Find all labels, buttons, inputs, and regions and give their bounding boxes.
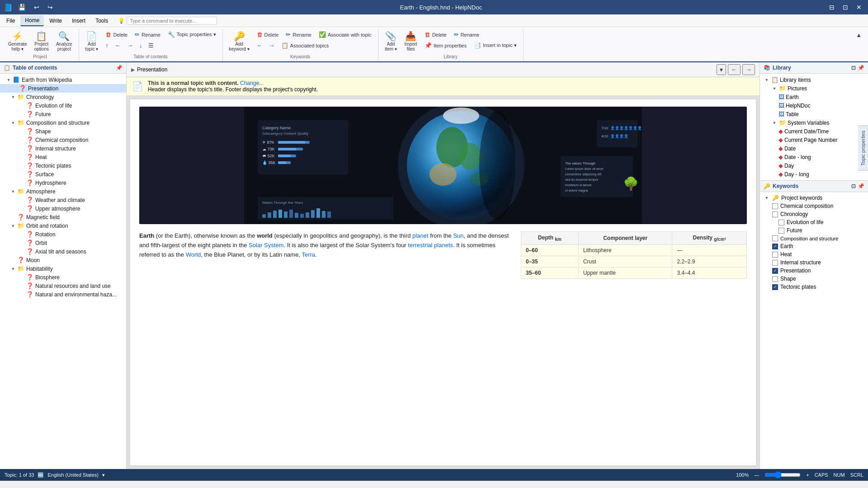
sun-link[interactable]: Sun — [453, 232, 463, 239]
lang-dropdown-arrow[interactable]: ▾ — [102, 472, 105, 478]
menu-write[interactable]: Write — [45, 16, 66, 26]
lib-item-helpndoc[interactable]: 🖼 HelpNDoc — [760, 101, 868, 110]
lib-root-toggle[interactable]: ▼ — [764, 78, 770, 82]
lib-item-pictures[interactable]: ▼ 📁 Pictures — [760, 84, 868, 93]
move-up-btn[interactable]: ↑ — [103, 41, 111, 50]
menu-tools[interactable]: Tools — [91, 16, 113, 26]
toc-comp-toggle[interactable]: ▼ — [10, 121, 16, 125]
add-topic-btn[interactable]: 📄 Addtopic ▾ — [83, 30, 101, 53]
zoom-in-btn[interactable]: + — [806, 472, 809, 478]
associate-topic-btn[interactable]: ✅ Associate with topic — [316, 30, 374, 39]
kw-item-future[interactable]: Future — [760, 226, 868, 235]
lib-restore-btn[interactable]: ⊡ — [851, 65, 856, 71]
list-btn[interactable]: ☰ — [146, 41, 156, 50]
toc-root-toggle[interactable]: ▼ — [5, 78, 12, 82]
move-left-btn[interactable]: ← — [112, 41, 123, 50]
terrestrial-link[interactable]: terrestrial planets — [408, 242, 453, 249]
toc-delete-btn[interactable]: 🗑 Delete — [103, 30, 130, 39]
menu-home[interactable]: Home — [20, 15, 44, 26]
bc-forward-btn[interactable]: → — [742, 64, 755, 75]
toc-item-internal[interactable]: ❓ Internal structure — [0, 144, 126, 153]
kw-item-internal[interactable]: Internal structure — [760, 258, 868, 267]
kw-com-checkbox[interactable] — [772, 235, 778, 241]
bc-back-btn[interactable]: ← — [728, 64, 741, 75]
toc-item-upper[interactable]: ❓ Upper atmosphere — [0, 204, 126, 213]
toc-atm-toggle[interactable]: ▼ — [10, 189, 16, 194]
item-properties-btn[interactable]: 📌 Item properties — [422, 41, 469, 50]
kw-pin-btn[interactable]: 📌 — [858, 183, 864, 189]
kw-right-btn[interactable]: → — [266, 41, 278, 50]
associated-topics-btn[interactable]: 📋 Associated topics — [278, 41, 332, 50]
toc-item-natural[interactable]: ❓ Natural resources and land use — [0, 282, 126, 290]
toc-item-heat[interactable]: ❓ Heat — [0, 153, 126, 161]
lib-item-earth[interactable]: 🖼 Earth — [760, 93, 868, 101]
kw-root-toggle[interactable]: ▼ — [764, 196, 770, 200]
kw-che-checkbox[interactable] — [772, 203, 778, 209]
kw-item-tectonic[interactable]: ✓ Tectonic plates — [760, 283, 868, 291]
lib-item-datetime[interactable]: ◆ Current Date/Time — [760, 127, 868, 136]
lib-item-pageno[interactable]: ◆ Current Page Number — [760, 136, 868, 144]
kw-ear-checkbox[interactable]: ✓ — [772, 244, 778, 249]
minimize-btn[interactable]: ⊟ — [826, 3, 837, 12]
kw-int-checkbox[interactable] — [772, 260, 778, 266]
kw-item-evolution[interactable]: Evolution of life — [760, 218, 868, 226]
lib-item-datelong[interactable]: ◆ Date - long — [760, 153, 868, 161]
kw-pre-checkbox[interactable]: ✓ — [772, 268, 778, 274]
toc-item-moon[interactable]: ❓ Moon — [0, 256, 126, 264]
project-options-btn[interactable]: 📋 Projectoptions — [32, 30, 52, 53]
lib-delete-btn[interactable]: 🗑 Delete — [422, 30, 449, 39]
analyze-project-btn[interactable]: 🔍 Analyzeproject — [53, 30, 75, 53]
kw-evo-checkbox[interactable] — [778, 220, 784, 225]
toc-rename-btn[interactable]: ✏ Rename — [132, 30, 163, 39]
lib-sv-toggle[interactable]: ▼ — [771, 121, 778, 125]
maximize-btn[interactable]: ⊡ — [840, 3, 851, 12]
kw-item-heat[interactable]: Heat — [760, 250, 868, 258]
zoom-out-btn[interactable]: — — [754, 472, 759, 478]
kw-chr-checkbox[interactable] — [772, 211, 778, 217]
zoom-slider[interactable] — [764, 471, 801, 479]
toc-item-habitability[interactable]: ▼ 📁 Habitability — [0, 264, 126, 273]
menu-insert[interactable]: Insert — [67, 16, 90, 26]
kw-item-presentation[interactable]: ✓ Presentation — [760, 267, 868, 275]
toc-item-presentation[interactable]: ❓ Presentation — [0, 84, 126, 93]
content-area[interactable]: Category Name Subcategory Content Qualit… — [130, 99, 756, 465]
toc-item-orbit2[interactable]: ❓ Orbit — [0, 239, 126, 247]
kw-rename-btn[interactable]: ✏ Rename — [283, 30, 314, 39]
toc-item-biosphere[interactable]: ❓ Biosphere — [0, 273, 126, 282]
save-title-btn[interactable]: 💾 — [15, 3, 28, 12]
command-input[interactable] — [127, 17, 217, 25]
kw-item-shape[interactable]: Shape — [760, 275, 868, 283]
menu-file[interactable]: File — [2, 16, 19, 26]
kw-left-btn[interactable]: ← — [254, 41, 265, 50]
lib-item-date[interactable]: ◆ Date — [760, 144, 868, 153]
toc-pin-btn[interactable]: 📌 — [116, 65, 123, 71]
toc-hab-toggle[interactable]: ▼ — [10, 267, 16, 271]
undo-btn[interactable]: ↩ — [31, 3, 42, 12]
add-keyword-btn[interactable]: 🔑 Addkeyword ▾ — [226, 30, 252, 53]
kw-item-composition[interactable]: Composition and structure — [760, 235, 868, 242]
lib-pin-btn[interactable]: 📌 — [858, 65, 864, 71]
toc-orb-toggle[interactable]: ▼ — [10, 224, 16, 228]
topic-properties-tab[interactable]: Topic properties — [858, 126, 868, 171]
import-files-btn[interactable]: 📥 Importfiles — [402, 30, 420, 53]
toc-chr-toggle[interactable]: ▼ — [10, 95, 16, 99]
solar-system-link[interactable]: Solar System — [249, 242, 283, 249]
toc-item-root[interactable]: ▼ 📘 Earth from Wikipedia — [0, 75, 126, 84]
toc-item-surface[interactable]: ❓ Surface — [0, 170, 126, 178]
kw-item-chronology[interactable]: Chronology — [760, 210, 868, 218]
close-btn[interactable]: ✕ — [854, 3, 864, 12]
generate-help-btn[interactable]: ⚡ Generatehelp ▾ — [5, 30, 30, 53]
terra-link[interactable]: Terra — [302, 251, 315, 258]
toc-item-axial[interactable]: ❓ Axial tilt and seasons — [0, 247, 126, 256]
bc-dropdown-btn[interactable]: ▾ — [717, 64, 726, 75]
insert-in-topic-btn[interactable]: 📑 Insert in topic ▾ — [471, 41, 519, 50]
toc-item-composition[interactable]: ▼ 📁 Composition and structure — [0, 118, 126, 127]
toc-properties-btn[interactable]: 🔧 Topic properties ▾ — [165, 30, 219, 39]
toc-item-chronology[interactable]: ▼ 📁 Chronology — [0, 93, 126, 101]
toc-item-shape[interactable]: ❓ Shape — [0, 127, 126, 136]
add-item-btn[interactable]: 📎 Additem ▾ — [382, 30, 400, 53]
lib-pic-toggle[interactable]: ▼ — [771, 86, 778, 91]
kw-delete-btn[interactable]: 🗑 Delete — [254, 30, 282, 39]
toc-item-rotation[interactable]: ❓ Rotation — [0, 230, 126, 239]
kw-item-chemical[interactable]: Chemical composition — [760, 202, 868, 210]
